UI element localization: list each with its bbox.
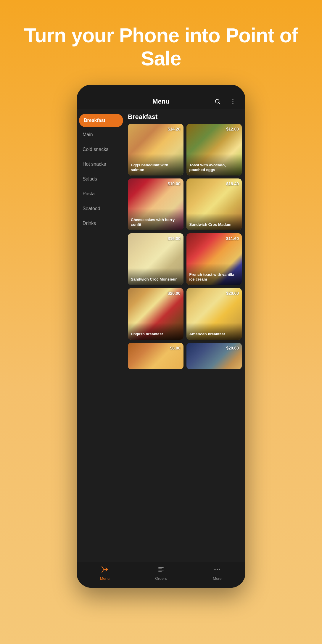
menu-item-english-breakfast[interactable]: $20.00 English breakfast (128, 288, 183, 340)
item-overlay: Toast with avocado, poached eggs (186, 154, 242, 176)
category-sidebar: Breakfast Main Cold snacks Hot snacks Sa… (77, 109, 125, 562)
sidebar-item-pasta[interactable]: Pasta (77, 186, 125, 201)
item-name-eggs-salmon: Eggs benedinkt with salmon (131, 163, 181, 173)
sidebar-item-hot-snacks[interactable]: Hot snacks (77, 157, 125, 172)
nav-menu[interactable]: Menu (77, 566, 133, 581)
item-price-toast-avocado: $12.00 (226, 127, 239, 131)
search-button[interactable] (212, 96, 223, 107)
svg-line-1 (219, 103, 220, 104)
orders-nav-icon (157, 566, 165, 575)
bottom-navigation: Menu Orders More (77, 562, 245, 588)
menu-item-partial-1[interactable]: $8.00 (128, 343, 183, 369)
menu-content: Breakfast $14.20 Eggs benedinkt with sal… (125, 109, 245, 562)
sidebar-item-salads[interactable]: Salads (77, 172, 125, 186)
svg-point-4 (233, 103, 234, 104)
item-price-partial-2: $20.60 (226, 346, 239, 350)
menu-item-sandwich-madam[interactable]: $18.40 Sandwich Croc Madam (186, 178, 242, 230)
svg-point-10 (214, 569, 215, 570)
status-bar (77, 85, 245, 94)
item-overlay: French toast with vanilla ice cream (186, 263, 242, 285)
item-overlay: Eggs benedinkt with salmon (128, 154, 183, 176)
search-icon (214, 98, 221, 105)
nav-more-label: More (213, 576, 222, 581)
item-price-sandwich-madam: $18.40 (226, 181, 239, 186)
more-nav-icon (213, 566, 221, 575)
menu-item-partial-2[interactable]: $20.60 (186, 343, 242, 369)
menu-item-eggs-salmon[interactable]: $14.20 Eggs benedinkt with salmon (128, 124, 183, 176)
item-price-eggs-salmon: $14.20 (168, 127, 181, 131)
sidebar-item-main[interactable]: Main (77, 127, 125, 142)
menu-item-cheesecakes[interactable]: $10.00 Cheesecakes with berry confit (128, 178, 183, 230)
svg-point-11 (217, 569, 218, 570)
item-price-cheesecakes: $10.00 (168, 181, 181, 186)
item-price-english-breakfast: $20.00 (168, 291, 181, 296)
hero-title: Turn your Phone into Point of Sale (0, 0, 322, 85)
item-overlay: Sandwich Croc Madam (186, 213, 242, 230)
item-name-sandwich-monsieur: Sandwich Croc Monsieur (131, 277, 181, 282)
menu-item-american-breakfast[interactable]: $20.60 American breakfast (186, 288, 242, 340)
dots-vertical-icon (230, 98, 236, 105)
svg-point-0 (215, 99, 219, 103)
sidebar-item-cold-snacks[interactable]: Cold snacks (77, 142, 125, 157)
item-overlay: Cheesecakes with berry confit (128, 209, 183, 231)
item-overlay: Sandwich Croc Monsieur (128, 268, 183, 285)
app-header: Menu (77, 94, 245, 109)
nav-menu-label: Menu (100, 576, 110, 581)
item-overlay: American breakfast (186, 323, 242, 340)
menu-item-sandwich-monsieur[interactable]: $16.00 Sandwich Croc Monsieur (128, 233, 183, 285)
phone-device: Menu Breakfast Main Cold snacks Hot (77, 85, 245, 588)
item-name-cheesecakes: Cheesecakes with berry confit (131, 218, 181, 228)
item-price-sandwich-monsieur: $16.00 (168, 236, 181, 241)
item-name-toast-avocado: Toast with avocado, poached eggs (189, 163, 239, 173)
section-title: Breakfast (128, 109, 242, 124)
menu-nav-icon (101, 566, 109, 575)
hero-section: Turn your Phone into Point of Sale (0, 0, 322, 85)
sidebar-item-seafood[interactable]: Seafood (77, 201, 125, 216)
nav-orders-label: Orders (155, 576, 167, 581)
menu-grid: $14.20 Eggs benedinkt with salmon $12.00… (128, 124, 242, 372)
header-actions (212, 96, 238, 107)
item-name-french-toast: French toast with vanilla ice cream (189, 272, 239, 282)
item-name-english-breakfast: English breakfast (131, 332, 181, 337)
item-name-sandwich-madam: Sandwich Croc Madam (189, 222, 239, 227)
item-name-american-breakfast: American breakfast (189, 332, 239, 337)
nav-orders[interactable]: Orders (133, 566, 189, 581)
item-price-american-breakfast: $20.60 (226, 291, 239, 296)
item-price-partial-1: $8.00 (170, 346, 180, 350)
item-overlay: English breakfast (128, 323, 183, 340)
item-price-french-toast: $11.60 (226, 236, 239, 241)
menu-item-toast-avocado[interactable]: $12.00 Toast with avocado, poached eggs (186, 124, 242, 176)
sidebar-item-breakfast[interactable]: Breakfast (79, 114, 123, 127)
more-options-button[interactable] (228, 96, 238, 107)
header-title: Menu (152, 98, 169, 105)
phone-body: Breakfast Main Cold snacks Hot snacks Sa… (77, 109, 245, 562)
menu-item-french-toast[interactable]: $11.60 French toast with vanilla ice cre… (186, 233, 242, 285)
svg-point-12 (219, 569, 220, 570)
nav-more[interactable]: More (189, 566, 245, 581)
svg-point-2 (233, 99, 234, 100)
sidebar-item-drinks[interactable]: Drinks (77, 216, 125, 231)
svg-point-3 (233, 101, 234, 102)
